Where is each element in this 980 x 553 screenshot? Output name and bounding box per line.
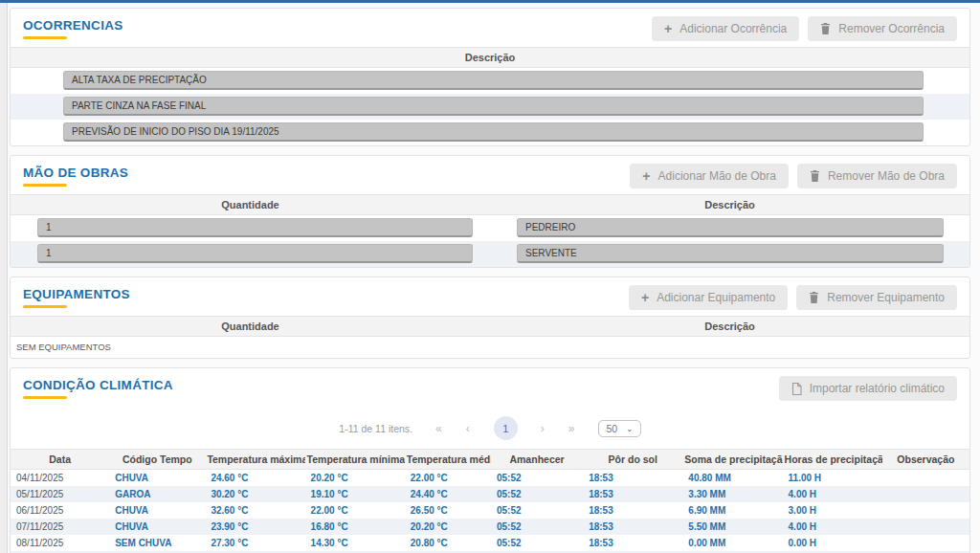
weather-cell: 05:52 bbox=[491, 535, 583, 551]
weather-cell bbox=[882, 470, 969, 486]
weather-cell: 18:53 bbox=[583, 502, 682, 519]
left-gutter bbox=[0, 3, 8, 553]
section-ocorrencias: OCORRENCIAS + Adicionar Ocorrência Remov… bbox=[10, 8, 970, 146]
ocorrencia-descricao-input[interactable]: ALTA TAXA DE PRECIPTAÇÃO bbox=[63, 71, 924, 90]
ocorrencias-rows: ALTA TAXA DE PRECIPTAÇÃOPARTE CINZA NA F… bbox=[11, 68, 969, 145]
clima-title: CONDIÇÃO CLIMÁTICA bbox=[23, 378, 173, 399]
import-weather-report-label: Importar relatório climático bbox=[810, 382, 945, 395]
weather-cell: 24.40 °C bbox=[405, 486, 491, 502]
weather-table: DataCódigo TempoTemperatura máximaTemper… bbox=[11, 449, 969, 553]
weather-cell bbox=[882, 502, 969, 519]
ocorrencias-col-descricao: Descrição bbox=[11, 52, 969, 63]
mao-quantidade-input[interactable]: 1 bbox=[37, 218, 473, 237]
weather-cell: 22.00 °C bbox=[405, 470, 491, 486]
weather-cell: 20.20 °C bbox=[405, 519, 491, 535]
ocorrencia-descricao-input[interactable]: PARTE CINZA NA FASE FINAL bbox=[63, 97, 924, 116]
ocorrencias-title: OCORRENCIAS bbox=[23, 18, 123, 39]
weather-cell: 26.50 °C bbox=[405, 502, 491, 519]
add-ocorrencia-button[interactable]: + Adicionar Ocorrência bbox=[652, 16, 799, 41]
weather-cell: 4.00 H bbox=[783, 519, 882, 535]
weather-cell: 05:52 bbox=[491, 502, 583, 519]
weather-cell bbox=[882, 519, 969, 535]
equipamentos-buttons: + Adicionar Equipamento Remover Equipame… bbox=[629, 285, 957, 310]
weather-cell: 05:52 bbox=[491, 470, 583, 486]
weather-cell: 16.80 °C bbox=[305, 519, 405, 535]
mao-descricao-input[interactable]: PEDREIRO bbox=[517, 218, 944, 237]
weather-cell: 4.00 H bbox=[783, 486, 882, 502]
clima-buttons: Importar relatório climático bbox=[779, 376, 957, 401]
chevron-down-icon: ⌄ bbox=[626, 424, 634, 433]
mao-quantidade-input[interactable]: 1 bbox=[37, 244, 473, 263]
mao-col-descricao: Descrição bbox=[490, 199, 969, 210]
mao-cell: SERVENTE bbox=[490, 244, 969, 263]
weather-cell: 20.20 °C bbox=[305, 470, 405, 486]
ocorrencia-row: PARTE CINZA NA FASE FINAL bbox=[11, 94, 969, 120]
mao-col-quantidade: Quantidade bbox=[11, 199, 490, 210]
ocorrencia-descricao-input[interactable]: PREVISÃO DE INICIO DO PISO DIA 19/11/202… bbox=[63, 122, 924, 142]
file-icon bbox=[791, 383, 802, 395]
ocorrencia-row: ALTA TAXA DE PRECIPTAÇÃO bbox=[11, 68, 969, 94]
mao-cell: 1 bbox=[11, 218, 490, 237]
weather-col-header: Data bbox=[11, 450, 109, 470]
weather-table-header-row: DataCódigo TempoTemperatura máximaTemper… bbox=[11, 450, 969, 470]
pagination-bar: 1-11 de 11 itens. « ‹ 1 › » 50 ⌄ bbox=[11, 407, 969, 449]
equipamentos-empty-text: SEM EQUIPAMENTOS bbox=[11, 337, 969, 358]
remove-ocorrencia-button[interactable]: Remover Ocorrência bbox=[808, 16, 957, 41]
plus-icon: + bbox=[641, 291, 649, 304]
weather-cell: 05:52 bbox=[491, 519, 583, 535]
import-weather-report-button[interactable]: Importar relatório climático bbox=[779, 376, 957, 401]
weather-cell: GAROA bbox=[109, 486, 205, 502]
add-mao-de-obra-button[interactable]: + Adicionar Mão de Obra bbox=[630, 164, 789, 188]
weather-cell: CHUVA bbox=[109, 502, 205, 519]
pagination-next-button[interactable]: › bbox=[541, 422, 546, 435]
pagination-prev-button[interactable]: ‹ bbox=[466, 422, 471, 435]
weather-cell: 23.90 °C bbox=[205, 519, 304, 535]
mao-title: MÃO DE OBRAS bbox=[23, 166, 128, 187]
add-mao-de-obra-label: Adicionar Mão de Obra bbox=[658, 169, 776, 183]
weather-cell: 27.30 °C bbox=[205, 535, 304, 551]
mao-rows: 1PEDREIRO1SERVENTE bbox=[11, 215, 969, 267]
weather-cell: 3.00 H bbox=[783, 502, 882, 519]
plus-icon: + bbox=[642, 169, 650, 183]
weather-cell: 06/11/2025 bbox=[11, 502, 109, 519]
weather-cell: 32.60 °C bbox=[205, 502, 304, 519]
mao-header: MÃO DE OBRAS + Adicionar Mão de Obra Rem… bbox=[11, 156, 969, 194]
weather-col-header: Horas de precipitação bbox=[783, 450, 882, 470]
ocorrencias-header: OCORRENCIAS + Adicionar Ocorrência Remov… bbox=[11, 9, 969, 47]
mao-de-obra-row: 1PEDREIRO bbox=[11, 215, 969, 241]
weather-col-header: Amanhecer bbox=[491, 450, 583, 470]
weather-col-header: Pôr do sol bbox=[583, 450, 682, 470]
add-equipamento-button[interactable]: + Adicionar Equipamento bbox=[629, 285, 788, 310]
weather-cell: 18:53 bbox=[583, 486, 682, 502]
weather-cell: 6.90 MM bbox=[682, 502, 782, 519]
remove-mao-de-obra-button[interactable]: Remover Mão de Obra bbox=[797, 164, 957, 188]
weather-cell: CHUVA bbox=[109, 519, 205, 535]
weather-col-header: Observação bbox=[882, 450, 969, 470]
weather-cell: 30.20 °C bbox=[205, 486, 304, 502]
weather-cell bbox=[882, 535, 969, 551]
page-size-value: 50 bbox=[606, 423, 617, 434]
pagination-summary: 1-11 de 11 itens. bbox=[339, 423, 412, 434]
weather-col-header: Temperatura máxima bbox=[205, 450, 304, 470]
remove-equipamento-button[interactable]: Remover Equipamento bbox=[796, 285, 957, 310]
weather-cell: 05:52 bbox=[491, 486, 583, 502]
section-equipamentos: EQUIPAMENTOS + Adicionar Equipamento Rem… bbox=[10, 276, 970, 359]
page-size-select[interactable]: 50 ⌄ bbox=[598, 420, 640, 437]
section-mao-de-obras: MÃO DE OBRAS + Adicionar Mão de Obra Rem… bbox=[10, 155, 970, 268]
weather-cell: 20.80 °C bbox=[405, 535, 491, 551]
remove-equipamento-label: Remover Equipamento bbox=[827, 291, 945, 304]
weather-cell: SEM CHUVA bbox=[109, 535, 205, 551]
pagination-first-button[interactable]: « bbox=[435, 422, 443, 435]
weather-cell: 5.50 MM bbox=[682, 519, 782, 535]
clima-header: CONDIÇÃO CLIMÁTICA Importar relatório cl… bbox=[11, 368, 969, 407]
weather-cell: 18:53 bbox=[583, 535, 682, 551]
pagination-current-page[interactable]: 1 bbox=[494, 416, 518, 440]
ocorrencias-table-header: Descrição bbox=[11, 47, 969, 68]
mao-descricao-input[interactable]: SERVENTE bbox=[517, 244, 944, 263]
pagination-last-button[interactable]: » bbox=[568, 422, 576, 435]
mao-buttons: + Adicionar Mão de Obra Remover Mão de O… bbox=[630, 164, 957, 188]
weather-cell: 05/11/2025 bbox=[11, 486, 109, 502]
weather-table-row: 08/11/2025SEM CHUVA27.30 °C14.30 °C20.80… bbox=[11, 535, 969, 551]
equipamentos-col-quantidade: Quantidade bbox=[11, 321, 490, 332]
weather-cell: CHUVA bbox=[109, 470, 205, 486]
